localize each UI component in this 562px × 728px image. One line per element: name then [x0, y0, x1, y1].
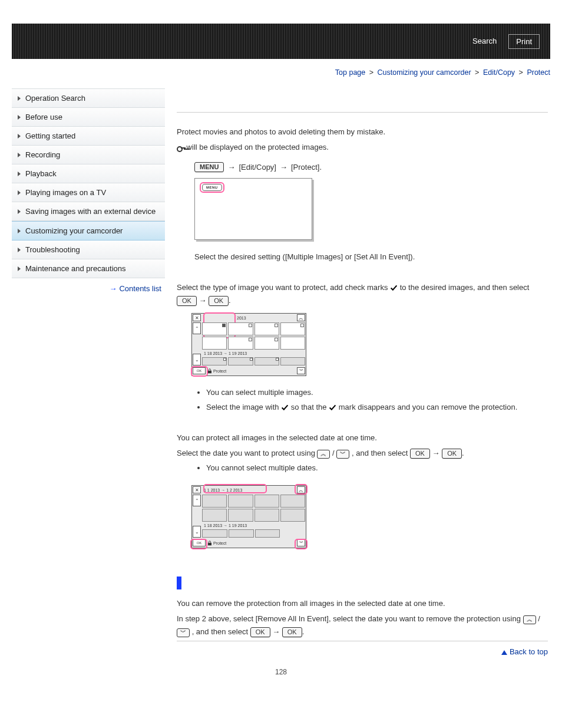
sidebar-item[interactable]: Playing images on a TV — [12, 183, 165, 202]
caret-right-icon — [18, 248, 21, 252]
chevron-double-down-icon: ︾ — [297, 367, 305, 374]
list-item: Select the image with so that the mark d… — [206, 401, 548, 414]
arrow-right-icon: → — [280, 163, 287, 172]
chevron-down-icon: ⌄ — [193, 526, 201, 538]
breadcrumb: Top page > Customizing your camcorder > … — [12, 65, 550, 88]
sidebar-item-label: Playing images on a TV — [25, 188, 106, 197]
chevron-up-icon: ⌃ — [193, 322, 201, 334]
sidebar-item[interactable]: Playback — [12, 164, 165, 183]
sidebar-item[interactable]: Troubleshooting — [12, 241, 165, 259]
search-button[interactable]: Search — [465, 34, 504, 49]
menu-button-icon: MENU — [194, 162, 224, 172]
remove-para1: You can remove the protection from all i… — [177, 597, 548, 610]
list-item: You can select multiple images. — [206, 387, 548, 399]
breadcrumb-sep: > — [475, 68, 479, 77]
contents-list-link[interactable]: →Contents list — [12, 278, 165, 299]
list-item: You cannot select multiple dates. — [206, 462, 548, 475]
chevron-double-up-icon: ︽ — [317, 450, 330, 459]
caret-right-icon — [18, 266, 21, 271]
setall-para: You can protect all images in the select… — [177, 431, 548, 444]
sidebar-item-label: Customizing your camcorder — [25, 226, 123, 235]
arrow-right-icon: → — [432, 449, 442, 457]
step3-text: Select the type of image you want to pro… — [177, 281, 548, 307]
ok-button-icon: OK — [177, 296, 197, 306]
sidebar-item[interactable]: Getting started — [12, 127, 165, 146]
ok-button-icon: OK — [250, 627, 270, 637]
sidebar-item-label: Before use — [25, 113, 62, 121]
bullet-list: You can select multiple images. Select t… — [206, 387, 548, 414]
ok-button-icon: OK — [410, 449, 430, 459]
caret-right-icon — [18, 229, 21, 233]
sidebar: Operation SearchBefore useGetting starte… — [12, 88, 165, 299]
sidebar-item[interactable]: Before use — [12, 108, 165, 127]
ok-button-icon: OK — [209, 296, 229, 306]
screenshot-menu: MENU — [194, 178, 312, 240]
sidebar-item[interactable]: Recording — [12, 146, 165, 164]
bullet-list: You cannot select multiple dates. — [206, 462, 548, 475]
path-protect: [Protect]. — [291, 163, 322, 172]
arrow-right-icon: → — [109, 284, 117, 293]
back-to-top-link[interactable]: Back to top — [177, 641, 548, 662]
ok-button-icon: OK — [442, 449, 462, 459]
step2-text: Select the desired setting ([Multiple Im… — [194, 251, 548, 263]
sidebar-item[interactable]: Saving images with an external device — [12, 202, 165, 221]
protect-label: Protect — [206, 541, 226, 546]
close-icon: ✕ — [193, 486, 201, 493]
triangle-up-icon — [501, 650, 507, 655]
chevron-double-up-icon: ︽ — [523, 615, 536, 624]
menu-chip-label: MENU — [202, 184, 222, 191]
svg-rect-0 — [208, 371, 211, 374]
breadcrumb-sep: > — [369, 68, 373, 77]
sidebar-item-label: Playback — [25, 169, 57, 178]
breadcrumb-link-top[interactable]: Top page — [335, 68, 365, 77]
chevron-double-down-icon: ︾ — [177, 628, 190, 637]
arrow-right-icon: → — [199, 296, 209, 305]
caret-right-icon — [18, 209, 21, 214]
date-range-label: 1 18 2013 → 1 19 2013 — [201, 350, 306, 357]
print-button[interactable]: Print — [508, 34, 540, 49]
caret-right-icon — [18, 190, 21, 195]
intro-text-2: will be displayed on the protected image… — [177, 141, 548, 154]
close-icon: ✕ — [193, 314, 201, 321]
divider — [177, 112, 548, 113]
breadcrumb-link-editcopy[interactable]: Edit/Copy — [483, 68, 515, 77]
sidebar-item-label: Maintenance and precautions — [25, 264, 126, 273]
breadcrumb-sep: > — [519, 68, 523, 77]
check-icon — [281, 404, 289, 411]
key-icon — [177, 145, 184, 151]
main-content: Protect movies and photos to avoid delet… — [177, 88, 550, 662]
setall-line: Select the date you want to protect usin… — [177, 447, 548, 460]
caret-right-icon — [18, 96, 21, 101]
sidebar-item[interactable]: Maintenance and precautions — [12, 259, 165, 278]
check-icon — [329, 404, 336, 411]
caret-right-icon — [18, 153, 21, 157]
remove-para2: In step 2 above, select [Remove All In E… — [177, 612, 548, 638]
sidebar-item[interactable]: Customizing your camcorder — [12, 221, 165, 241]
menu-highlight: MENU — [200, 182, 224, 193]
intro-text: Protect movies and photos to avoid delet… — [177, 126, 548, 139]
sidebar-item-label: Operation Search — [25, 94, 85, 103]
caret-right-icon — [18, 134, 21, 139]
ok-button-icon: OK — [282, 627, 302, 637]
arrow-right-icon: → — [272, 627, 282, 636]
caret-right-icon — [18, 172, 21, 176]
section-marker — [177, 577, 181, 589]
sidebar-item-label: Getting started — [25, 131, 75, 140]
sidebar-item-label: Recording — [25, 150, 60, 159]
page-number: 128 — [12, 668, 550, 676]
chevron-double-up-icon: ︽ — [297, 314, 305, 321]
protect-label: Protect — [206, 368, 226, 374]
chevron-up-icon: ⌃ — [193, 495, 201, 506]
sidebar-item[interactable]: Operation Search — [12, 88, 165, 108]
arrow-right-icon: → — [227, 163, 235, 172]
breadcrumb-link-customizing[interactable]: Customizing your camcorder — [378, 68, 471, 77]
menu-path: MENU → [Edit/Copy] → [Protect]. — [194, 162, 548, 172]
svg-rect-1 — [208, 542, 211, 545]
screenshot-set-all-in-event: ✕ 1 1 2013 → 1 2 2013 ︽ ⌃ ⌄ — [191, 485, 306, 548]
path-editcopy: [Edit/Copy] — [239, 163, 276, 172]
breadcrumb-current: Protect — [527, 68, 550, 77]
lock-icon — [207, 541, 212, 546]
chevron-down-icon: ⌄ — [193, 354, 201, 365]
check-icon — [390, 284, 398, 292]
sidebar-item-label: Troubleshooting — [25, 245, 80, 254]
